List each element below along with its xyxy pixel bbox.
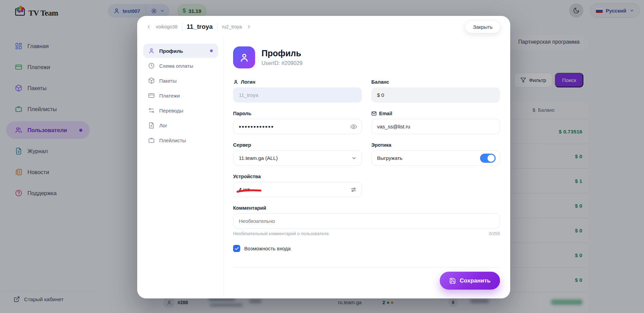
server-select[interactable]: 11.team.ga (ALL) <box>233 150 362 166</box>
check-icon <box>234 246 239 251</box>
balance-label: Баланс <box>371 79 500 85</box>
form-grid: Логин Баланс Пароль <box>233 79 500 236</box>
red-underline-annotation <box>236 188 262 193</box>
breadcrumb-prev-user[interactable]: voikogo38 <box>156 24 178 29</box>
devices-label: Устройства <box>233 174 362 179</box>
eye-icon <box>350 123 357 130</box>
devices-spacer <box>371 174 500 197</box>
modal-nav-label: Пакеты <box>159 78 176 84</box>
modal-nav-playlists[interactable]: Плейлисты <box>143 133 218 147</box>
user-id: UserID: #209029 <box>262 60 303 66</box>
credit-card-icon <box>148 92 155 99</box>
modal-header: voikogo38 11_troya ru2_troya Закрыть <box>137 16 510 38</box>
breadcrumb-divider <box>182 22 182 31</box>
email-label: Email <box>371 111 500 116</box>
modal-nav-payment-scheme[interactable]: Схема оплаты <box>143 59 218 73</box>
save-button[interactable]: Сохранить <box>440 272 500 290</box>
server-field-group: Сервер 11.team.ga (ALL) <box>233 142 362 166</box>
profile-header: Профиль UserID: #209029 <box>233 46 500 68</box>
devices-field-group: Устройства 4 шт <box>233 174 362 197</box>
erotic-field-group: Эротика Выгружать <box>371 142 500 166</box>
login-access-row: Возможность входа <box>233 245 500 252</box>
file-text-icon <box>148 122 155 129</box>
comment-helper-text: Необязательный комментарий о пользовател… <box>233 231 329 236</box>
modal-nav-packages[interactable]: Пакеты <box>143 74 218 88</box>
user-icon <box>148 47 155 54</box>
server-selected-value: 11.team.ga (ALL) <box>239 155 278 161</box>
erotic-label: Эротика <box>371 142 500 148</box>
modal-nav-log[interactable]: Лог <box>143 118 218 132</box>
password-input[interactable] <box>233 119 362 134</box>
devices-value-wrap: 4 шт <box>239 187 250 192</box>
comment-input[interactable] <box>233 213 500 229</box>
mail-icon <box>371 111 377 116</box>
tv-icon <box>148 137 155 144</box>
user-profile-modal: voikogo38 11_troya ru2_troya Закрыть Про… <box>137 16 510 298</box>
comment-label: Комментарий <box>233 205 500 211</box>
profile-avatar <box>233 46 255 68</box>
erotic-row: Выгружать <box>371 150 500 166</box>
erotic-option-label: Выгружать <box>377 155 402 161</box>
sliders-icon <box>350 186 357 193</box>
eye-icon[interactable] <box>350 123 357 130</box>
modal-nav-transfers[interactable]: Переводы <box>143 103 218 118</box>
breadcrumb-current-user: 11_troya <box>187 23 213 30</box>
page-title: Профиль <box>262 48 303 58</box>
breadcrumb-divider <box>217 22 217 31</box>
close-button[interactable]: Закрыть <box>465 20 500 33</box>
transfer-arrows-icon <box>148 107 155 114</box>
comment-helper-row: Необязательный комментарий о пользовател… <box>233 231 500 236</box>
chevron-down-icon <box>351 155 357 161</box>
login-access-checkbox[interactable] <box>233 245 240 252</box>
balance-field-group: Баланс <box>371 79 500 103</box>
modal-footer: Сохранить <box>233 267 500 290</box>
email-input[interactable] <box>371 119 500 134</box>
modal-nav-profile[interactable]: Профиль <box>143 44 218 58</box>
save-icon <box>449 277 456 284</box>
modal-nav: Профиль Схема оплаты Пакеты Платежи Пере… <box>137 38 224 298</box>
devices-control[interactable]: 4 шт <box>233 182 362 197</box>
erotic-toggle[interactable] <box>480 153 496 163</box>
chevron-left-icon[interactable] <box>146 24 151 29</box>
package-icon <box>148 77 155 84</box>
breadcrumb-next-user[interactable]: ru2_troya <box>222 24 242 29</box>
clock-icon <box>148 62 155 69</box>
chevron-right-icon[interactable] <box>246 24 252 29</box>
profile-form: Профиль UserID: #209029 Логин Баланс <box>224 38 510 298</box>
comment-field-group: Комментарий Необязательный комментарий о… <box>233 205 500 236</box>
modal-nav-label: Платежи <box>159 93 180 99</box>
modal-nav-label: Профиль <box>159 48 183 54</box>
save-label: Сохранить <box>460 277 491 284</box>
modal-nav-label: Переводы <box>159 108 183 113</box>
login-field-group: Логин <box>233 79 362 103</box>
user-icon <box>233 79 238 85</box>
balance-input[interactable] <box>371 87 500 103</box>
email-field-group: Email <box>371 111 500 134</box>
password-field-group: Пароль <box>233 111 362 134</box>
modal-body: Профиль Схема оплаты Пакеты Платежи Пере… <box>137 38 510 298</box>
login-label: Логин <box>233 79 362 85</box>
password-label: Пароль <box>233 111 362 116</box>
modal-nav-label: Лог <box>159 123 167 128</box>
modal-nav-payments[interactable]: Платежи <box>143 88 218 103</box>
modal-nav-label: Плейлисты <box>159 138 186 143</box>
breadcrumb: voikogo38 11_troya ru2_troya <box>146 22 252 31</box>
login-input[interactable] <box>233 87 362 103</box>
modal-nav-label: Схема оплаты <box>159 63 193 69</box>
server-label: Сервер <box>233 142 362 148</box>
login-access-label: Возможность входа <box>244 246 291 251</box>
user-icon <box>239 52 250 63</box>
comment-char-counter: 0/255 <box>489 231 500 236</box>
